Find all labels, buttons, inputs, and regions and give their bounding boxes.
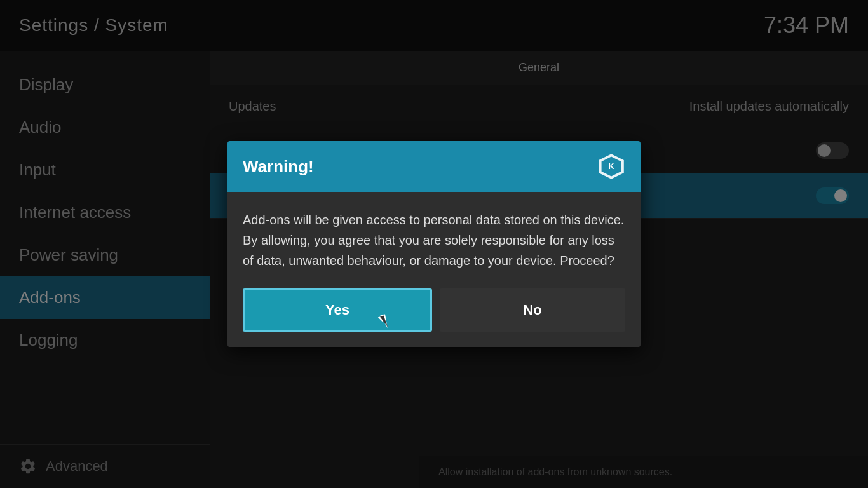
kodi-logo-icon: K [597,152,625,180]
dialog-message: Add-ons will be given access to personal… [243,210,625,271]
svg-text:K: K [609,162,614,171]
dialog-buttons: Yes No [243,288,625,332]
warning-dialog: Warning! K Add-ons will be given access … [227,141,641,347]
dialog-yes-button[interactable]: Yes [243,288,432,332]
dialog-no-button[interactable]: No [440,288,625,332]
dialog-overlay: Warning! K Add-ons will be given access … [0,0,868,488]
dialog-title: Warning! [243,157,314,177]
dialog-header: Warning! K [227,141,641,192]
dialog-body: Add-ons will be given access to personal… [227,192,641,347]
